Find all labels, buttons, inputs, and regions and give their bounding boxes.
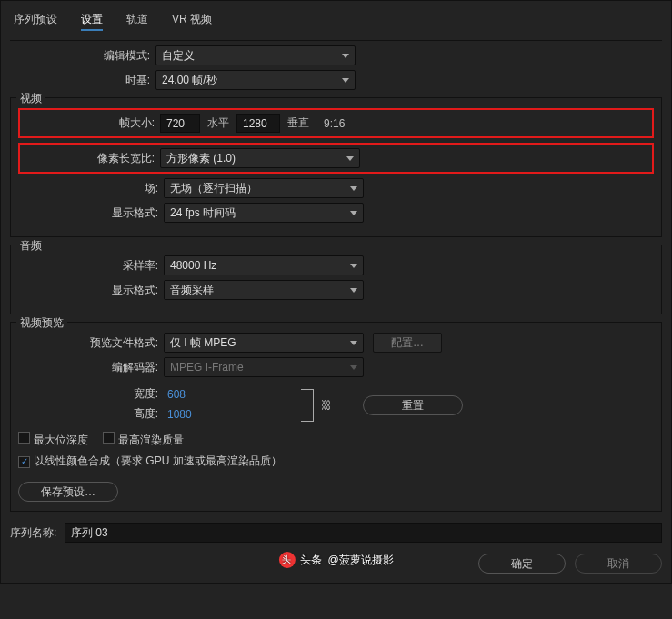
bracket-icon <box>301 389 314 422</box>
tab-vr[interactable]: VR 视频 <box>172 10 212 31</box>
chevron-down-icon <box>350 186 357 191</box>
pixel-aspect-value: 方形像素 (1.0) <box>166 151 236 166</box>
edit-mode-label: 编辑模式: <box>10 48 155 64</box>
preview-height-label: 高度: <box>18 406 164 422</box>
max-render-checkbox[interactable]: 最高渲染质量 <box>103 432 184 448</box>
edit-mode-select[interactable]: 自定义 <box>155 45 356 65</box>
vertical-label: 垂直 <box>280 115 316 131</box>
codec-select: MPEG I-Frame <box>164 357 364 377</box>
configure-button[interactable]: 配置… <box>373 333 442 353</box>
chevron-down-icon <box>350 341 357 345</box>
watermark: 头 头条 @菠萝说摄影 <box>278 552 393 568</box>
chevron-down-icon <box>350 288 357 293</box>
fields-select[interactable]: 无场（逐行扫描） <box>164 178 364 198</box>
watermark-logo-icon: 头 <box>278 552 295 568</box>
chevron-down-icon <box>342 54 349 58</box>
max-render-label: 最高渲染质量 <box>118 434 184 446</box>
sequence-name-label: 序列名称: <box>10 525 65 541</box>
preview-legend: 视频预览 <box>16 315 67 331</box>
linear-color-checkbox[interactable]: 以线性颜色合成（要求 GPU 加速或最高渲染品质） <box>18 454 282 469</box>
audio-display-format-label: 显示格式: <box>18 283 164 298</box>
linear-color-label: 以线性颜色合成（要求 GPU 加速或最高渲染品质） <box>34 454 282 467</box>
codec-value: MPEG I-Frame <box>170 361 244 374</box>
watermark-handle: @菠萝说摄影 <box>327 553 393 568</box>
frame-size-row-highlight: 帧大小: 水平 垂直 9:16 <box>18 108 654 138</box>
video-display-format-value: 24 fps 时间码 <box>170 205 236 221</box>
horizontal-label: 水平 <box>200 115 236 131</box>
sample-rate-label: 采样率: <box>18 258 164 274</box>
frame-height-input[interactable] <box>236 114 280 133</box>
preview-file-format-label: 预览文件格式: <box>18 335 164 351</box>
watermark-brand: 头条 <box>300 553 322 568</box>
chevron-down-icon <box>342 78 349 83</box>
pixel-aspect-select[interactable]: 方形像素 (1.0) <box>160 148 360 168</box>
chevron-down-icon <box>350 365 357 370</box>
frame-size-label: 帧大小: <box>25 115 160 131</box>
preview-width-value[interactable]: 608 <box>164 388 186 401</box>
edit-mode-value: 自定义 <box>162 48 195 64</box>
codec-label: 编解码器: <box>18 360 164 375</box>
chevron-down-icon <box>350 264 357 268</box>
preview-width-label: 宽度: <box>18 386 164 402</box>
video-legend: 视频 <box>16 91 45 106</box>
audio-display-format-select[interactable]: 音频采样 <box>164 280 364 300</box>
timebase-value: 24.00 帧/秒 <box>162 73 217 88</box>
pixel-aspect-label: 像素长宽比: <box>25 151 160 166</box>
audio-legend: 音频 <box>16 238 45 254</box>
timebase-select[interactable]: 24.00 帧/秒 <box>155 70 356 90</box>
aspect-ratio-text: 9:16 <box>316 117 352 130</box>
video-display-format-label: 显示格式: <box>18 205 164 221</box>
tab-preset[interactable]: 序列预设 <box>14 10 57 31</box>
preview-file-format-select[interactable]: 仅 I 帧 MPEG <box>164 333 364 353</box>
audio-display-format-value: 音频采样 <box>170 283 214 298</box>
audio-group: 音频 采样率: 48000 Hz 显示格式: 音频采样 <box>10 245 662 314</box>
tab-settings[interactable]: 设置 <box>81 10 103 31</box>
tab-tracks[interactable]: 轨道 <box>126 10 148 31</box>
fields-label: 场: <box>18 181 164 196</box>
tabbar: 序列预设 设置 轨道 VR 视频 <box>10 8 662 41</box>
preview-group: 视频预览 预览文件格式: 仅 I 帧 MPEG 配置… 编解码器: MPEG I… <box>10 322 662 512</box>
fields-value: 无场（逐行扫描） <box>170 181 257 196</box>
sequence-settings-dialog: 序列预设 设置 轨道 VR 视频 编辑模式: 自定义 时基: 24.00 帧/秒… <box>0 0 672 584</box>
timebase-label: 时基: <box>10 73 155 88</box>
link-icon[interactable]: ⛓ <box>321 399 332 412</box>
max-depth-label: 最大位深度 <box>34 434 88 446</box>
save-preset-button[interactable]: 保存预设… <box>18 482 118 502</box>
pixel-aspect-row-highlight: 像素长宽比: 方形像素 (1.0) <box>18 143 654 174</box>
reset-button[interactable]: 重置 <box>363 395 463 415</box>
max-depth-checkbox[interactable]: 最大位深度 <box>18 432 88 448</box>
sample-rate-select[interactable]: 48000 Hz <box>164 255 364 275</box>
chevron-down-icon <box>346 156 354 161</box>
sample-rate-value: 48000 Hz <box>170 259 216 272</box>
frame-width-input[interactable] <box>160 114 200 133</box>
sequence-name-input[interactable] <box>65 523 662 543</box>
cancel-button[interactable]: 取消 <box>575 554 662 574</box>
video-display-format-select[interactable]: 24 fps 时间码 <box>164 203 364 223</box>
ok-button[interactable]: 确定 <box>478 554 566 574</box>
chevron-down-icon <box>350 211 357 215</box>
preview-file-format-value: 仅 I 帧 MPEG <box>170 335 236 351</box>
video-group: 视频 帧大小: 水平 垂直 9:16 像素长宽比: 方形像素 (1.0) 场: … <box>10 97 662 237</box>
preview-height-value[interactable]: 1080 <box>164 408 192 421</box>
